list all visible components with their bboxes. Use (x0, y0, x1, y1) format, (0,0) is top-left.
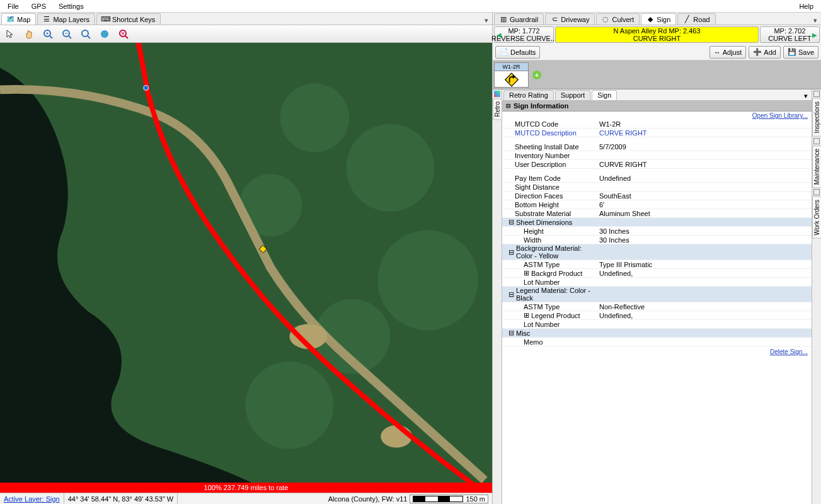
svg-point-21 (144, 85, 149, 90)
prop-tab-retro-rating[interactable]: Retro Rating (503, 90, 554, 100)
nav-prev[interactable]: ◀ MP: 1.772 REVERSE CURVE... (494, 26, 554, 43)
pan-tool[interactable] (21, 26, 37, 42)
field-width[interactable]: 30 Inches (597, 236, 812, 244)
active-layer-link[interactable]: Active Layer: Sign (4, 495, 60, 503)
milepost-nav: ◀ MP: 1.772 REVERSE CURVE... N Aspen All… (493, 25, 821, 44)
delete-sign-link[interactable]: Delete Sign... (770, 348, 808, 355)
field-direction-faces[interactable]: SouthEast (597, 192, 812, 200)
right-tabstrip: ▥Guardrail ⊂Driveway ◌Culvert ◆Sign ╱Roa… (493, 13, 821, 25)
group-legend-material[interactable]: ⊟Legend Material: Color - Black (502, 287, 597, 302)
document-icon: 📄 (500, 48, 508, 56)
left-tabs-overflow[interactable]: ▾ (481, 16, 492, 25)
road-icon: ╱ (683, 16, 691, 23)
zoom-out-tool[interactable] (59, 26, 74, 42)
minus-icon: ⊟ (508, 218, 514, 226)
svg-point-9 (101, 30, 108, 38)
guardrail-icon: ▥ (500, 16, 507, 23)
collapse-icon: ⊟ (506, 103, 511, 109)
driveway-icon: ⊂ (551, 16, 558, 23)
refresh-tool[interactable] (116, 26, 131, 42)
vtab-inspections[interactable]: Inspections (812, 98, 822, 137)
field-legend-product[interactable]: Undefined, (597, 312, 812, 319)
pointer-tool[interactable] (3, 26, 18, 42)
tab-culvert[interactable]: ◌Culvert (596, 13, 640, 25)
minus-icon: ⊟ (508, 248, 514, 256)
defaults-button[interactable]: 📄Defaults (495, 46, 540, 59)
map-progress-bar: 100% 237.749 miles to rate (0, 483, 492, 493)
menu-gps[interactable]: GPS (25, 1, 52, 11)
vtab-maintenance[interactable]: Maintenance (812, 146, 822, 188)
vtab-work-orders[interactable]: Work Orders (812, 197, 822, 239)
square-icon (813, 91, 820, 97)
vtab-retro[interactable]: Retro (493, 98, 502, 120)
field-install-date[interactable]: 5/7/2009 (597, 143, 812, 151)
prop-tab-support[interactable]: Support (555, 90, 591, 100)
tab-driveway[interactable]: ⊂Driveway (545, 13, 595, 25)
svg-point-7 (82, 30, 88, 37)
square-icon (813, 189, 820, 195)
plus-box-icon: ⊞ (524, 269, 529, 277)
tab-map-layers[interactable]: ☰Map Layers (37, 13, 95, 25)
right-vertical-tabs: Inspections Maintenance Work Orders (812, 89, 821, 504)
statusbar: Active Layer: Sign 44° 34' 58.44" N, 83°… (0, 493, 492, 504)
zoom-in-tool[interactable] (40, 26, 55, 42)
group-misc[interactable]: ⊟Misc (502, 329, 597, 337)
tab-road[interactable]: ╱Road (677, 13, 715, 25)
group-background-material[interactable]: ⊟Background Material: Color - Yellow (502, 244, 597, 260)
sign-thumbnail-strip: W1-2R + (493, 60, 821, 89)
keyboard-icon: ⌨ (102, 16, 110, 23)
curve-right-sign-icon (503, 72, 520, 87)
sign-thumbnail[interactable]: W1-2R (494, 62, 529, 88)
zoom-extents-tool[interactable] (78, 26, 93, 42)
scale-bar (413, 496, 463, 502)
globe-tool[interactable] (97, 26, 112, 42)
add-button[interactable]: ➕Add (749, 46, 781, 59)
chevron-right-icon: ▶ (812, 32, 817, 38)
prop-tab-sign[interactable]: Sign (592, 90, 617, 100)
menu-settings[interactable]: Settings (52, 1, 90, 11)
tab-shortcut-keys[interactable]: ⌨Shortcut Keys (96, 13, 161, 25)
field-bg-astm[interactable]: Type III Prismatic (597, 261, 812, 268)
tab-guardrail[interactable]: ▥Guardrail (494, 13, 544, 25)
add-sign-button[interactable]: + (532, 71, 541, 79)
field-bottom-height[interactable]: 6' (597, 201, 812, 209)
field-substrate[interactable]: Aluminum Sheet (597, 210, 812, 217)
minus-icon: ⊟ (508, 290, 514, 299)
left-tabstrip: 🗺️Map ☰Map Layers ⌨Shortcut Keys ▾ (0, 13, 492, 25)
map-canvas[interactable]: 100% 237.749 miles to rate (0, 43, 492, 493)
minus-icon: ⊟ (508, 329, 514, 337)
field-mutcd-description[interactable]: CURVE RIGHT (597, 129, 812, 137)
svg-line-11 (125, 36, 128, 38)
svg-line-5 (69, 36, 71, 38)
menubar: File GPS Settings Help (0, 0, 821, 13)
property-tabs: Retro Rating Support Sign ▾ (502, 89, 812, 101)
field-height[interactable]: 30 Inches (597, 227, 812, 235)
svg-line-8 (88, 36, 90, 38)
prop-tabs-overflow[interactable]: ▾ (800, 92, 812, 100)
field-user-description[interactable]: CURVE RIGHT (597, 161, 812, 168)
group-legend-product[interactable]: ⊞Legend Product (502, 311, 597, 319)
save-button[interactable]: 💾Save (783, 46, 818, 59)
group-bg-product[interactable]: ⊞Backgrd Product (502, 269, 597, 277)
field-bg-product[interactable]: Undefined, (597, 270, 812, 277)
section-sign-information[interactable]: ⊟ Sign Information (502, 101, 812, 112)
open-sign-library-link[interactable]: Open Sign Library... (752, 112, 808, 119)
nav-next[interactable]: ▶ MP: 2.702 CURVE LEFT (760, 26, 820, 43)
tab-map[interactable]: 🗺️Map (1, 13, 36, 25)
layers-icon: ☰ (43, 16, 50, 23)
svg-point-14 (346, 124, 434, 212)
svg-point-16 (377, 231, 478, 331)
plus-icon: ➕ (753, 48, 762, 56)
group-sheet-dimensions[interactable]: ⊟Sheet Dimensions (502, 218, 597, 226)
svg-point-13 (280, 83, 349, 152)
nav-current[interactable]: N Aspen Alley Rd MP: 2.463 CURVE RIGHT (555, 26, 759, 43)
adjust-button[interactable]: ↔Adjust (709, 46, 747, 59)
status-region: Alcona (County), FW: v11 (328, 495, 408, 503)
field-mutcd-code[interactable]: W1-2R (597, 120, 812, 128)
field-pay-item-code[interactable]: Undefined (597, 175, 812, 182)
menu-help[interactable]: Help (793, 1, 820, 11)
right-tabs-overflow[interactable]: ▾ (810, 16, 821, 25)
tab-sign[interactable]: ◆Sign (641, 13, 676, 25)
field-legend-astm[interactable]: Non-Reflective (597, 303, 812, 311)
menu-file[interactable]: File (1, 1, 25, 11)
